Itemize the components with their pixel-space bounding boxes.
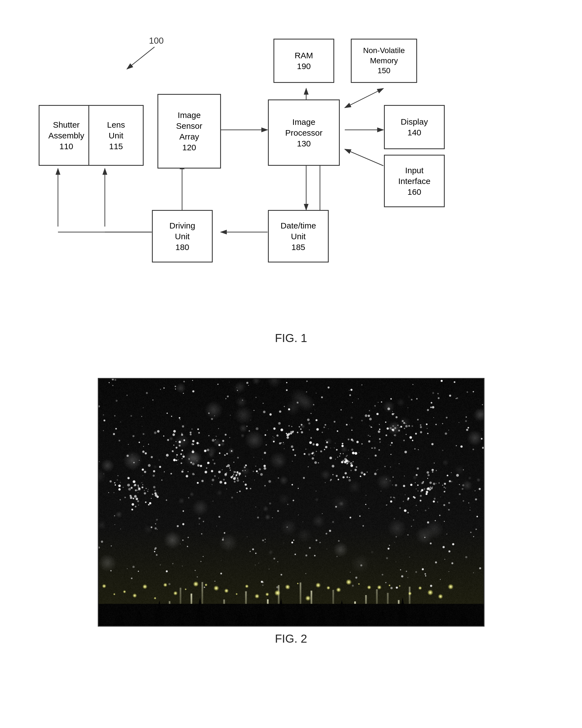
box-non-volatile: Non-Volatile Memory 150 — [351, 39, 417, 83]
fig2-image — [98, 378, 484, 627]
box-datetime: Date/time Unit 185 — [268, 210, 329, 262]
svg-line-10 — [345, 88, 383, 108]
diagram-area: 100 — [33, 22, 549, 326]
box-input-interface: Input Interface 160 — [384, 155, 445, 207]
box-lens: Lens Unit 115 — [88, 105, 143, 166]
svg-text:100: 100 — [149, 36, 163, 46]
svg-line-3 — [127, 47, 154, 69]
svg-line-11 — [345, 149, 383, 166]
box-shutter: Shutter Assembly 110 — [39, 105, 94, 166]
box-ram: RAM 190 — [273, 39, 334, 83]
fig1-label: FIG. 1 — [33, 332, 549, 345]
box-driving-unit: Driving Unit 180 — [152, 210, 213, 262]
fig2-section: FIG. 2 — [33, 378, 549, 662]
box-image-sensor: Image Sensor Array 120 — [157, 94, 221, 168]
fig2-label: FIG. 2 — [275, 632, 307, 645]
box-display: Display 140 — [384, 105, 445, 149]
box-image-processor: Image Processor 130 — [268, 100, 340, 166]
page-container: 100 — [0, 0, 582, 684]
fig1-section: 100 — [33, 22, 549, 361]
